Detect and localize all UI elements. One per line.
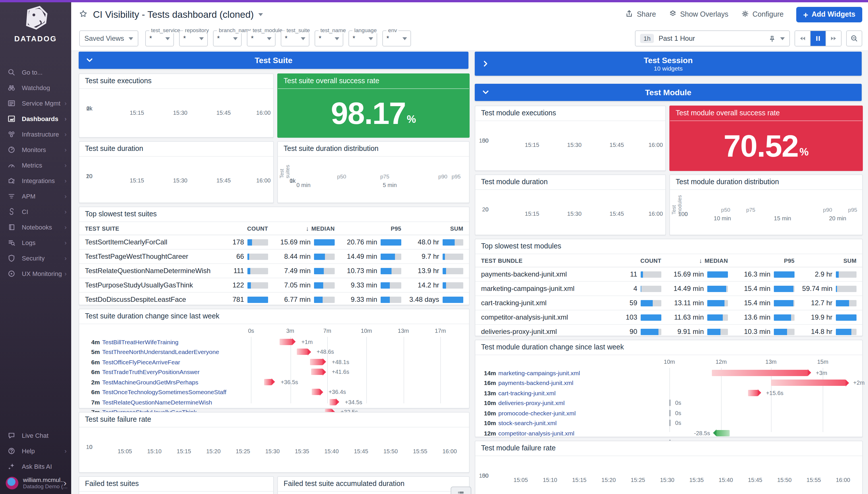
table-row[interactable]: cart-tracking-junit.xml 59 13.11 min 15.… — [475, 296, 862, 310]
test-module-link[interactable]: competitor-analysis-junit.xml — [498, 430, 661, 437]
widget-test-suite-success-rate[interactable]: Test suite overall success rate 98.17 % — [277, 73, 469, 138]
sidebar-item[interactable]: Security › — [0, 250, 71, 266]
backward-button[interactable] — [795, 31, 811, 46]
chevron-down-icon — [129, 37, 133, 40]
template-variable-dropdown[interactable]: test_suite * — [281, 31, 310, 46]
zoom-out-button[interactable] — [846, 31, 862, 46]
sidebar-footer-item[interactable]: Help › — [0, 443, 71, 458]
change-bar — [771, 380, 846, 386]
show-overlays-button[interactable]: Show Overlays — [668, 10, 728, 19]
sidebar-item[interactable]: Logs › — [0, 235, 71, 250]
widget-test-module-duration-change[interactable]: Test module duration change since last w… — [475, 340, 863, 437]
template-variable-dropdown[interactable]: test_name * — [315, 31, 343, 46]
test-module-link[interactable]: stock-search-junit.xml — [498, 420, 661, 426]
test-module-link[interactable]: marketing-campaings-junit.xml — [498, 369, 661, 376]
widget-test-suite-duration-distribution[interactable]: Test suite duration distribution 0k1kp50… — [277, 141, 469, 203]
test-suite-link[interactable]: TestBillTreatHerWifeTraining — [102, 339, 242, 345]
table-row[interactable]: deliveries-proxy-junit.xml 90 9.91 min 1… — [475, 325, 862, 339]
test-module-link[interactable]: cart-tracking-junit.xml — [498, 390, 661, 397]
sidebar-item[interactable]: Integrations › — [0, 173, 71, 188]
widget-test-suite-failure-rate[interactable]: Test suite failure rate 01015:0515:1015:… — [79, 412, 469, 473]
table-row[interactable]: TestTestPageWestThoughtCareer 66 8.44 mi… — [79, 250, 469, 264]
widget-test-module-failure-rate[interactable]: Test module failure rate 05010015:0515:1… — [475, 441, 863, 494]
sum-bar — [836, 271, 856, 278]
sidebar-item[interactable]: Monitors › — [0, 142, 71, 157]
test-module-link[interactable]: promocode-checker-junit.xml — [498, 410, 661, 417]
widget-test-module-duration-distribution[interactable]: Test module duration distribution 0100p5… — [669, 174, 863, 235]
template-variable-dropdown[interactable]: test_module * — [247, 31, 276, 46]
user-menu[interactable]: william.mcmul... Datadog Demo (... › — [0, 474, 71, 491]
median-bar — [707, 314, 728, 320]
widget-test-module-duration[interactable]: Test module duration 02015:1515:3015:451… — [475, 174, 666, 235]
table-row[interactable]: TestPurposeStudyUsuallyGasThink 122 7.05… — [79, 278, 469, 292]
widget-test-suite-duration[interactable]: Test suite duration 0102015:1515:3015:45… — [79, 141, 274, 203]
widget-test-suite-executions[interactable]: Test suite executions 0k1k2k15:1515:3015… — [79, 73, 274, 138]
expand-chevron-right-icon[interactable] — [482, 60, 490, 68]
saved-views-dropdown[interactable]: Saved Views — [79, 31, 138, 46]
sidebar-item[interactable]: Dashboards › — [0, 111, 71, 126]
forward-button[interactable] — [826, 31, 841, 46]
change-bar — [310, 359, 322, 365]
sum-bar — [443, 253, 463, 260]
widget-failed-suite-accumulated-duration[interactable]: Failed test suite accumulated duration — [277, 476, 469, 494]
add-widgets-button[interactable]: + Add Widgets — [796, 6, 862, 22]
widget-test-suite-duration-change[interactable]: Test suite duration change since last we… — [79, 309, 469, 408]
security-icon — [7, 253, 16, 263]
pin-icon[interactable] — [768, 35, 776, 42]
time-range-picker[interactable]: 1h Past 1 Hour — [635, 31, 790, 46]
section-header-test-session[interactable]: Test Session 10 widgets — [475, 52, 862, 76]
sidebar-item[interactable]: UX Monitoring › — [0, 266, 71, 281]
collapse-chevron-down-icon[interactable] — [86, 56, 94, 64]
test-suite-link[interactable]: TestMachineGroundGetMrsPerhaps — [102, 379, 242, 385]
share-button[interactable]: Share — [625, 10, 656, 19]
widget-failed-test-suites[interactable]: Failed test suites 40 — [79, 476, 274, 494]
sidebar-footer-item[interactable]: Ask Bits AI — [0, 458, 71, 474]
section-header-test-suite[interactable]: Test Suite — [79, 52, 468, 69]
template-variable-dropdown[interactable]: env * — [382, 31, 411, 46]
widget-list-button[interactable] — [451, 487, 471, 494]
sidebar-item[interactable]: APM › — [0, 188, 71, 204]
template-variable-dropdown[interactable]: language * — [349, 31, 377, 46]
table-row[interactable]: payments-backend-junit.xml 11 15.69 min … — [475, 267, 862, 282]
chevron-right-icon: › — [63, 478, 67, 488]
template-variable-dropdown[interactable]: branch_name * — [213, 31, 242, 46]
sidebar-item[interactable]: Metrics › — [0, 157, 71, 173]
pause-button[interactable] — [811, 31, 826, 46]
test-module-link[interactable]: deliveries-proxy-junit.xml — [498, 400, 661, 406]
configure-button[interactable]: Configure — [741, 10, 783, 19]
table-row[interactable]: TestSortItemClearlyForCall 178 15.69 min… — [79, 235, 469, 250]
widget-test-module-executions[interactable]: Test module executions 05010015:1515:301… — [475, 106, 666, 171]
change-row: 2m TestMachineGroundGetMrsPerhaps +36.5s — [85, 377, 462, 387]
widget-top-slowest-test-suites[interactable]: Top slowest test suites TEST SUITE COUNT… — [79, 207, 469, 305]
widget-top-slowest-test-modules[interactable]: Top slowest test modules TEST BUNDLE COU… — [475, 239, 863, 336]
table-row[interactable]: competitor-analysis-junit.xml 103 11.63 … — [475, 310, 862, 325]
datadog-logo[interactable]: DATADOG — [0, 2, 71, 55]
test-suite-link[interactable]: TestOfficeFlyPieceArriveFear — [102, 359, 242, 365]
template-variable-dropdown[interactable]: test_service * — [145, 31, 174, 46]
collapse-chevron-down-icon[interactable] — [482, 88, 490, 96]
chevron-down-icon — [369, 37, 373, 40]
test-suite-link[interactable]: TestRelateQuestionNameDetermineWish — [102, 399, 242, 406]
sidebar-item[interactable]: Service Mgmt › — [0, 95, 71, 111]
table-row[interactable]: marketing-campaings-junit.xml 4 14.49 mi… — [475, 282, 862, 296]
favorite-star-icon[interactable] — [79, 10, 88, 19]
test-suite-link[interactable]: TestThreeNorthUnderstandLeaderEveryone — [102, 348, 242, 356]
test-module-link[interactable]: payments-backend-junit.xml — [498, 380, 661, 386]
template-variable-dropdown[interactable]: repository * — [179, 31, 208, 46]
section-header-test-module[interactable]: Test Module — [475, 84, 862, 101]
title-chevron-down-icon[interactable] — [258, 13, 263, 16]
sidebar-footer-item[interactable]: Live Chat — [0, 428, 71, 443]
test-suite-link[interactable]: TestTradeTruthEveryPositionAnswer — [102, 369, 242, 376]
table-row[interactable]: TestRelateQuestionNameDetermineWish 111 … — [79, 264, 469, 278]
sidebar-item[interactable]: Infrastructure › — [0, 126, 71, 142]
sidebar-item[interactable]: Notebooks › — [0, 219, 71, 235]
count-bar — [641, 328, 661, 335]
sidebar-item[interactable]: CI › — [0, 204, 71, 219]
dashboard-canvas: Test Suite Test Session 10 widgets Test … — [71, 51, 868, 494]
table-row[interactable]: TestDoDiscussDespiteLeastFace 781 6.77 m… — [79, 292, 469, 306]
time-range-chip: 1h — [640, 34, 654, 43]
sidebar-item[interactable]: Watchdog — [0, 80, 71, 95]
test-suite-link[interactable]: TestOnceTechnologySometimesSomeoneStaff — [102, 389, 242, 396]
widget-test-module-success-rate[interactable]: Test module overall success rate 70.52 % — [669, 106, 863, 171]
sidebar-item[interactable]: Go to... — [0, 64, 71, 80]
